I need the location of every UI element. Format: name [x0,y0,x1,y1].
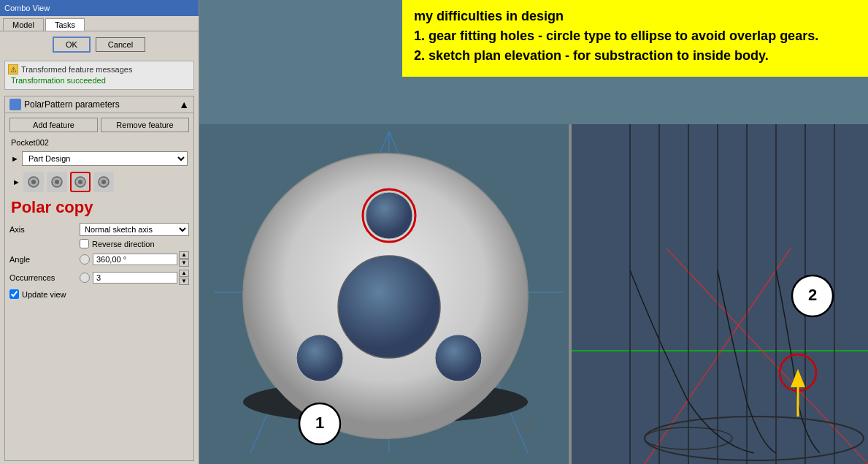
transformation-status: Transformation succeeded [8,75,191,86]
svg-point-3 [55,180,59,184]
view-area: my difficulties in design 1. gear fittin… [199,0,868,464]
polar-pattern-panel: PolarPattern parameters ▲ Add feature Re… [4,96,194,461]
polar-pattern-icon [9,99,21,110]
occurrences-input[interactable] [93,272,177,284]
svg-text:2: 2 [808,286,817,304]
occurrences-input-wrap: ▲ ▼ [80,270,189,285]
remove-feature-button[interactable]: Remove feature [101,118,189,132]
angle-up-arrow[interactable]: ▲ [179,251,189,259]
svg-point-15 [338,256,440,358]
annotation-line2: 2. sketch plan elevation - for substract… [414,48,868,64]
gear-icon-3-selected [70,172,91,192]
sketcher-svg: 2 [572,124,868,464]
reverse-direction-label: Reverse direction [92,240,155,248]
update-view-row: Update view [5,288,193,300]
gear-icon-4 [93,172,114,192]
occurrences-label: Occurrences [9,273,75,282]
angle-input[interactable] [93,254,177,265]
angle-spinner: ▲ ▼ [179,251,189,267]
occurrences-spinner: ▲ ▼ [179,270,189,285]
tab-tasks[interactable]: Tasks [45,18,85,31]
transformed-messages-panel: ⚠ Transformed feature messages Transform… [4,61,194,90]
svg-text:1: 1 [315,414,324,432]
message-icon: ⚠ [8,64,18,75]
part-design-select[interactable]: Part Design [22,151,188,166]
reverse-direction-checkbox[interactable] [80,239,89,248]
polar-pattern-title-row: PolarPattern parameters [9,99,120,110]
update-view-label: Update view [22,290,66,299]
left-3d-view: 1 XYZ [199,124,572,464]
feature-buttons: Add feature Remove feature [5,113,193,137]
annotation-box: my difficulties in design 1. gear fittin… [402,0,868,77]
icon-row-arrow: ► [12,178,20,186]
occurrences-up-arrow[interactable]: ▲ [179,270,189,277]
icon-row: ► [5,169,193,195]
transformed-messages-label: Transformed feature messages [21,65,132,74]
part-design-row: ► Part Design [5,148,193,169]
polar-copy-label: Polar copy [5,195,193,220]
angle-label: Angle [9,255,75,264]
polar-pattern-title: PolarPattern parameters [24,99,120,110]
svg-point-18 [296,335,343,381]
angle-input-wrap: ▲ ▼ [80,251,189,267]
svg-point-16 [366,192,412,239]
update-view-checkbox[interactable] [9,289,19,299]
svg-point-1 [31,180,36,184]
axis-select[interactable]: Normal sketch axis [80,223,189,236]
occurrences-cycle-icon [80,273,90,283]
svg-point-5 [78,180,82,184]
add-feature-button[interactable]: Add feature [9,118,98,132]
pocket-label: Pocket002 [5,137,193,148]
svg-text:XYZ: XYZ [507,415,537,441]
ok-cancel-row: OK Cancel [0,31,199,58]
combo-tabs: Model Tasks [0,16,199,31]
angle-down-arrow[interactable]: ▼ [179,259,189,267]
svg-point-19 [435,335,482,381]
gear-icon-1 [23,172,44,192]
part-design-arrow: ► [11,154,19,163]
tab-model[interactable]: Model [3,18,44,31]
annotation-title: my difficulties in design [414,9,868,24]
combo-title-text: Combo View [4,4,50,12]
disk-svg: 1 XYZ [214,132,564,453]
cancel-button[interactable]: Cancel [96,37,145,52]
reverse-direction-row: Reverse direction [80,239,189,248]
collapse-button[interactable]: ▲ [179,99,189,110]
combo-view-panel: Combo View Model Tasks OK Cancel ⚠ Trans… [0,0,199,464]
transformed-messages-title: ⚠ Transformed feature messages [8,64,191,75]
right-3d-view: Sketcher ▼ [572,124,868,464]
ok-button[interactable]: OK [53,37,90,52]
angle-cycle-icon [80,254,90,265]
params-grid: Axis Normal sketch axis Reverse directio… [5,220,193,288]
axis-label: Axis [9,225,75,234]
combo-view-title: Combo View [0,0,199,16]
gear-icon-2 [47,172,67,192]
annotation-line1: 1. gear fitting holes - circle type to e… [414,28,868,44]
polar-pattern-header: PolarPattern parameters ▲ [5,96,193,113]
occurrences-down-arrow[interactable]: ▼ [179,278,189,285]
svg-point-7 [101,180,106,184]
